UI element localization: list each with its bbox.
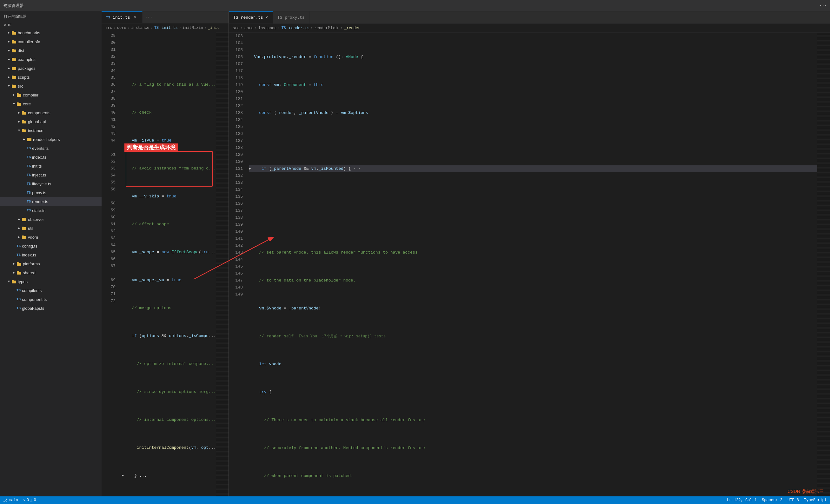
sidebar-label: instance (28, 128, 43, 133)
arrow-icon: ▶ (22, 137, 27, 142)
sidebar-item-src[interactable]: ▼ src (0, 82, 102, 90)
sidebar-item-scripts[interactable]: ▶ scripts (0, 73, 102, 82)
folder-open-icon (22, 128, 27, 133)
git-branch: main (9, 498, 18, 502)
comment: // set parent vnode. this allows render … (249, 249, 418, 256)
breadcrumb-2: src › core › instance › TS render.ts › r… (229, 24, 830, 33)
close-button[interactable]: × (133, 15, 138, 20)
sidebar-item-state-ts[interactable]: ▶ TS state.ts (0, 206, 102, 215)
breadcrumb-instance[interactable]: instance (131, 26, 150, 30)
tab-render-ts[interactable]: TS render.ts × (229, 11, 273, 24)
sidebar-item-dist[interactable]: ▶ dist (0, 46, 102, 55)
fold-arrow[interactable]: ▶ (122, 472, 124, 479)
sidebar-item-render-helpers[interactable]: ▶ render-helpers (0, 135, 102, 144)
code-area-1: 29 30 31 32 33 34 35 36 37 38 39 (102, 32, 228, 496)
ts-badge: TS (27, 173, 31, 177)
sidebar-label: render.ts (32, 199, 48, 204)
sidebar: 打开的编辑器 VUE ▶ benchmarks ▶ compiler (0, 11, 102, 496)
folder-icon (11, 48, 17, 53)
status-git[interactable]: ⎇ main (3, 498, 18, 503)
close-button[interactable]: × (266, 15, 268, 20)
sidebar-item-compiler-ts[interactable]: ▶ TS compiler.ts (0, 286, 102, 295)
tab-init-ts[interactable]: TS init.ts × (102, 11, 142, 23)
code-text: try { (249, 389, 272, 396)
sidebar-item-instance[interactable]: ▼ instance (0, 126, 102, 135)
sidebar-item-global-api[interactable]: ▶ global-api (0, 117, 102, 126)
minimap-1 (216, 32, 228, 496)
sep: › (311, 26, 313, 30)
sidebar-item-render-ts[interactable]: ▶ TS render.ts (0, 197, 102, 206)
breadcrumb-render[interactable]: _render (344, 26, 360, 30)
tab-label: proxy.ts (285, 15, 305, 20)
title-bar-more[interactable]: ··· (820, 3, 827, 8)
code-line: // check (122, 109, 216, 116)
breadcrumb-initMixin[interactable]: initMixin (183, 26, 203, 30)
code-content-2: Vue.prototype._render = function (): VNo… (247, 33, 817, 496)
sidebar-item-compiler[interactable]: ▶ compiler (0, 90, 102, 99)
breadcrumb-ts-init[interactable]: TS init.ts (154, 26, 178, 30)
sidebar-item-observer[interactable]: ▶ observer (0, 215, 102, 224)
code-text: if (_parentVnode && vm._isMounted) { ··· (252, 165, 360, 172)
status-line-col[interactable]: Ln 122, Col 1 (727, 498, 757, 502)
breadcrumb-init[interactable]: _init (208, 26, 219, 30)
sidebar-item-types[interactable]: ▼ types (0, 277, 102, 286)
sidebar-item-examples[interactable]: ▶ examples (0, 55, 102, 64)
sidebar-item-compiler-sfc[interactable]: ▶ compiler-sfc (0, 37, 102, 46)
ts-badge: TS (278, 15, 283, 20)
breadcrumb-src[interactable]: src (105, 26, 113, 30)
sidebar-item-platforms[interactable]: ▶ platforms (0, 259, 102, 268)
sidebar-tree: ▶ benchmarks ▶ compiler-sfc ▶ (0, 28, 102, 496)
comment: // render self (249, 333, 294, 340)
git-icon: ⎇ (3, 498, 8, 503)
breadcrumb-src[interactable]: src (233, 26, 240, 30)
fold-arrow[interactable]: ▶ (249, 165, 251, 172)
editor-pane-1: TS init.ts × ··· src › core › (102, 11, 228, 496)
sidebar-item-core[interactable]: ▼ core (0, 99, 102, 108)
sidebar-item-events-ts[interactable]: ▶ TS events.ts (0, 144, 102, 153)
sidebar-item-config-ts[interactable]: ▶ TS config.ts (0, 242, 102, 250)
sidebar-label: proxy.ts (32, 190, 46, 195)
code-line: // render self Evan You, 17个月前 • wip: se… (249, 333, 817, 340)
breadcrumb-core[interactable]: core (117, 26, 126, 30)
code-line: try { (249, 389, 817, 396)
sidebar-item-util[interactable]: ▶ util (0, 224, 102, 233)
sidebar-label: core (23, 101, 31, 106)
comment: // to the data on the placeholder node. (249, 277, 355, 284)
status-errors[interactable]: ✕ 0 ⚠ 0 (23, 498, 36, 503)
ts-badge: TS (27, 209, 31, 212)
sidebar-item-benchmarks[interactable]: ▶ benchmarks (0, 28, 102, 37)
sidebar-item-init-ts[interactable]: ▶ TS init.ts (0, 162, 102, 170)
breadcrumb-instance[interactable]: instance (258, 26, 277, 30)
arrow-icon: ▶ (11, 270, 17, 275)
tab-proxy-ts[interactable]: TS proxy.ts (273, 11, 310, 24)
breadcrumb-core[interactable]: core (245, 26, 254, 30)
sidebar-label: examples (18, 57, 36, 62)
sidebar-label: shared (23, 271, 36, 275)
comment: // a flag to mark this as a Vue... (122, 81, 216, 88)
breadcrumb-renderMixin[interactable]: renderMixin (314, 26, 339, 30)
sidebar-item-vdom[interactable]: ▶ vdom (0, 233, 102, 242)
sidebar-item-inject-ts[interactable]: ▶ TS inject.ts (0, 170, 102, 179)
sidebar-item-index-ts2[interactable]: ▶ TS index.ts (0, 250, 102, 259)
main-area: 打开的编辑器 VUE ▶ benchmarks ▶ compiler (0, 11, 830, 496)
sidebar-item-index-ts[interactable]: ▶ TS index.ts (0, 153, 102, 162)
sidebar-label: lifecycle.ts (32, 182, 51, 186)
tab-more-btn[interactable]: ··· (142, 11, 155, 23)
sidebar-item-components[interactable]: ▶ components (0, 108, 102, 117)
sidebar-item-packages[interactable]: ▶ packages (0, 64, 102, 73)
line-numbers-1: 29 30 31 32 33 34 35 36 37 38 39 (102, 32, 119, 496)
status-spaces[interactable]: Spaces: 2 (762, 498, 783, 502)
breadcrumb-ts-render[interactable]: TS render.ts (282, 26, 310, 30)
sidebar-item-proxy-ts[interactable]: ▶ TS proxy.ts (0, 188, 102, 197)
comment: // when parent component is patched. (249, 473, 353, 479)
sidebar-item-component-ts[interactable]: ▶ TS component.ts (0, 295, 102, 304)
encoding-text: UTF-8 (788, 498, 799, 502)
sidebar-label: packages (18, 66, 36, 71)
sidebar-item-lifecycle-ts[interactable]: ▶ TS lifecycle.ts (0, 179, 102, 188)
status-language[interactable]: TypeScript (804, 498, 827, 502)
sidebar-label: component.ts (22, 297, 47, 302)
sidebar-item-global-api-ts[interactable]: ▶ TS global-api.ts (0, 304, 102, 313)
error-count: 0 (27, 498, 29, 502)
status-encoding[interactable]: UTF-8 (788, 498, 799, 502)
sidebar-item-shared[interactable]: ▶ shared (0, 268, 102, 277)
